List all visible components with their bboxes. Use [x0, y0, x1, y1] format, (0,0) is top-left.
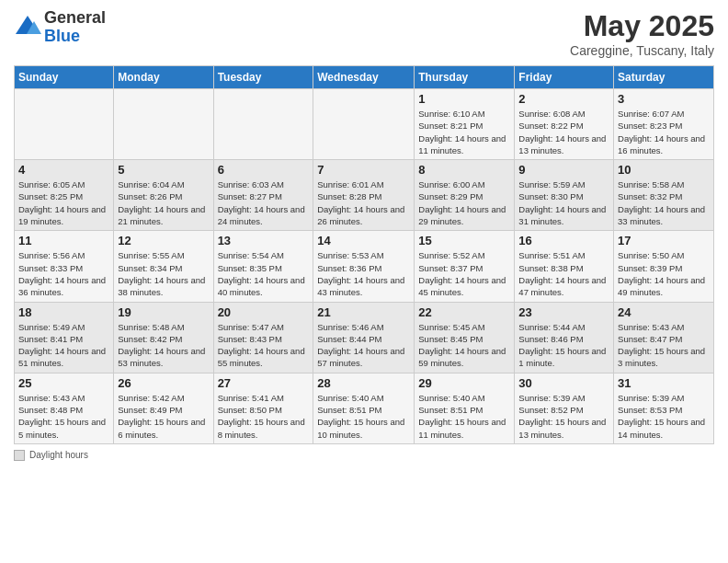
day-info-25: Sunrise: 5:43 AM Sunset: 8:48 PM Dayligh… [18, 392, 109, 441]
cell-w1-d2 [114, 89, 213, 160]
day-num-27: 27 [218, 376, 310, 390]
day-info-28: Sunrise: 5:40 AM Sunset: 8:51 PM Dayligh… [317, 392, 410, 441]
cell-w2-d4: 7Sunrise: 6:01 AM Sunset: 8:28 PM Daylig… [313, 160, 415, 231]
day-info-15: Sunrise: 5:52 AM Sunset: 8:37 PM Dayligh… [418, 249, 510, 298]
day-num-7: 7 [317, 163, 410, 177]
day-num-25: 25 [18, 376, 109, 390]
cell-w5-d7: 31Sunrise: 5:39 AM Sunset: 8:53 PM Dayli… [614, 373, 714, 443]
header-saturday: Saturday [614, 66, 714, 89]
day-info-17: Sunrise: 5:50 AM Sunset: 8:39 PM Dayligh… [618, 249, 710, 298]
day-info-30: Sunrise: 5:39 AM Sunset: 8:52 PM Dayligh… [518, 392, 609, 441]
day-num-16: 16 [518, 234, 609, 247]
logo-text: General Blue [44, 9, 106, 46]
cell-w2-d6: 9Sunrise: 5:59 AM Sunset: 8:30 PM Daylig… [515, 160, 614, 231]
day-num-11: 11 [18, 234, 109, 247]
cell-w1-d5: 1Sunrise: 6:10 AM Sunset: 8:21 PM Daylig… [415, 89, 515, 160]
day-num-5: 5 [118, 163, 209, 177]
cell-w4-d6: 23Sunrise: 5:44 AM Sunset: 8:46 PM Dayli… [515, 302, 614, 373]
cell-w5-d5: 29Sunrise: 5:40 AM Sunset: 8:51 PM Dayli… [415, 373, 515, 443]
day-num-30: 30 [518, 376, 609, 390]
page: General Blue May 2025 Careggine, Tuscany… [0, 0, 728, 563]
day-info-5: Sunrise: 6:04 AM Sunset: 8:26 PM Dayligh… [118, 178, 209, 227]
calendar-table: Sunday Monday Tuesday Wednesday Thursday… [14, 65, 714, 444]
day-info-12: Sunrise: 5:55 AM Sunset: 8:34 PM Dayligh… [118, 249, 209, 298]
cell-w5-d1: 25Sunrise: 5:43 AM Sunset: 8:48 PM Dayli… [15, 373, 114, 443]
footer-box [14, 450, 25, 461]
cell-w3-d3: 13Sunrise: 5:54 AM Sunset: 8:35 PM Dayli… [213, 231, 313, 302]
header-wednesday: Wednesday [313, 66, 415, 89]
day-info-20: Sunrise: 5:47 AM Sunset: 8:43 PM Dayligh… [218, 321, 310, 370]
header-thursday: Thursday [415, 66, 515, 89]
day-info-24: Sunrise: 5:43 AM Sunset: 8:47 PM Dayligh… [618, 321, 710, 370]
day-info-16: Sunrise: 5:51 AM Sunset: 8:38 PM Dayligh… [518, 249, 609, 298]
cell-w2-d5: 8Sunrise: 6:00 AM Sunset: 8:29 PM Daylig… [415, 160, 515, 231]
day-info-29: Sunrise: 5:40 AM Sunset: 8:51 PM Dayligh… [418, 392, 510, 441]
week-row-4: 18Sunrise: 5:49 AM Sunset: 8:41 PM Dayli… [15, 302, 714, 373]
day-num-23: 23 [518, 305, 609, 319]
cell-w3-d5: 15Sunrise: 5:52 AM Sunset: 8:37 PM Dayli… [415, 231, 515, 302]
cell-w4-d2: 19Sunrise: 5:48 AM Sunset: 8:42 PM Dayli… [114, 302, 213, 373]
day-num-24: 24 [618, 305, 710, 319]
day-info-4: Sunrise: 6:05 AM Sunset: 8:25 PM Dayligh… [18, 178, 109, 227]
day-num-1: 1 [418, 92, 510, 106]
day-num-15: 15 [418, 234, 510, 247]
main-title: May 2025 [570, 9, 714, 43]
logo-general: General [44, 9, 106, 28]
header-tuesday: Tuesday [213, 66, 313, 89]
day-num-29: 29 [418, 376, 510, 390]
header: General Blue May 2025 Careggine, Tuscany… [14, 9, 714, 58]
day-num-21: 21 [317, 305, 410, 319]
day-info-31: Sunrise: 5:39 AM Sunset: 8:53 PM Dayligh… [618, 392, 710, 441]
cell-w4-d7: 24Sunrise: 5:43 AM Sunset: 8:47 PM Dayli… [614, 302, 714, 373]
footer-label: Daylight hours [29, 450, 88, 460]
header-friday: Friday [515, 66, 614, 89]
cell-w1-d6: 2Sunrise: 6:08 AM Sunset: 8:22 PM Daylig… [515, 89, 614, 160]
day-info-23: Sunrise: 5:44 AM Sunset: 8:46 PM Dayligh… [518, 321, 609, 370]
day-num-17: 17 [618, 234, 710, 247]
week-row-1: 1Sunrise: 6:10 AM Sunset: 8:21 PM Daylig… [15, 89, 714, 160]
day-info-8: Sunrise: 6:00 AM Sunset: 8:29 PM Dayligh… [418, 178, 510, 227]
cell-w5-d2: 26Sunrise: 5:42 AM Sunset: 8:49 PM Dayli… [114, 373, 213, 443]
cell-w5-d3: 27Sunrise: 5:41 AM Sunset: 8:50 PM Dayli… [213, 373, 313, 443]
day-num-2: 2 [518, 92, 609, 106]
cell-w1-d7: 3Sunrise: 6:07 AM Sunset: 8:23 PM Daylig… [614, 89, 714, 160]
day-info-9: Sunrise: 5:59 AM Sunset: 8:30 PM Dayligh… [518, 178, 609, 227]
cell-w4-d1: 18Sunrise: 5:49 AM Sunset: 8:41 PM Dayli… [15, 302, 114, 373]
cell-w3-d4: 14Sunrise: 5:53 AM Sunset: 8:36 PM Dayli… [313, 231, 415, 302]
cell-w5-d4: 28Sunrise: 5:40 AM Sunset: 8:51 PM Dayli… [313, 373, 415, 443]
cell-w2-d3: 6Sunrise: 6:03 AM Sunset: 8:27 PM Daylig… [213, 160, 313, 231]
day-num-4: 4 [18, 163, 109, 177]
day-info-27: Sunrise: 5:41 AM Sunset: 8:50 PM Dayligh… [218, 392, 310, 441]
cell-w1-d4 [313, 89, 415, 160]
day-info-13: Sunrise: 5:54 AM Sunset: 8:35 PM Dayligh… [218, 249, 310, 298]
header-monday: Monday [114, 66, 213, 89]
subtitle: Careggine, Tuscany, Italy [570, 43, 714, 58]
cell-w3-d2: 12Sunrise: 5:55 AM Sunset: 8:34 PM Dayli… [114, 231, 213, 302]
week-row-5: 25Sunrise: 5:43 AM Sunset: 8:48 PM Dayli… [15, 373, 714, 443]
day-info-11: Sunrise: 5:56 AM Sunset: 8:33 PM Dayligh… [18, 249, 109, 298]
cell-w5-d6: 30Sunrise: 5:39 AM Sunset: 8:52 PM Dayli… [515, 373, 614, 443]
day-info-7: Sunrise: 6:01 AM Sunset: 8:28 PM Dayligh… [317, 178, 410, 227]
day-num-9: 9 [518, 163, 609, 177]
day-num-26: 26 [118, 376, 209, 390]
cell-w3-d6: 16Sunrise: 5:51 AM Sunset: 8:38 PM Dayli… [515, 231, 614, 302]
day-num-13: 13 [218, 234, 310, 247]
day-info-22: Sunrise: 5:45 AM Sunset: 8:45 PM Dayligh… [418, 321, 510, 370]
week-row-3: 11Sunrise: 5:56 AM Sunset: 8:33 PM Dayli… [15, 231, 714, 302]
day-info-10: Sunrise: 5:58 AM Sunset: 8:32 PM Dayligh… [618, 178, 710, 227]
footer: Daylight hours [14, 450, 714, 461]
cell-w1-d3 [213, 89, 313, 160]
day-info-26: Sunrise: 5:42 AM Sunset: 8:49 PM Dayligh… [118, 392, 209, 441]
logo: General Blue [14, 9, 106, 46]
day-num-10: 10 [618, 163, 710, 177]
cell-w3-d1: 11Sunrise: 5:56 AM Sunset: 8:33 PM Dayli… [15, 231, 114, 302]
day-num-28: 28 [317, 376, 410, 390]
day-num-3: 3 [618, 92, 710, 106]
day-num-22: 22 [418, 305, 510, 319]
day-info-14: Sunrise: 5:53 AM Sunset: 8:36 PM Dayligh… [317, 249, 410, 298]
day-num-20: 20 [218, 305, 310, 319]
day-num-19: 19 [118, 305, 209, 319]
week-row-2: 4Sunrise: 6:05 AM Sunset: 8:25 PM Daylig… [15, 160, 714, 231]
day-info-6: Sunrise: 6:03 AM Sunset: 8:27 PM Dayligh… [218, 178, 310, 227]
day-info-1: Sunrise: 6:10 AM Sunset: 8:21 PM Dayligh… [418, 108, 510, 156]
